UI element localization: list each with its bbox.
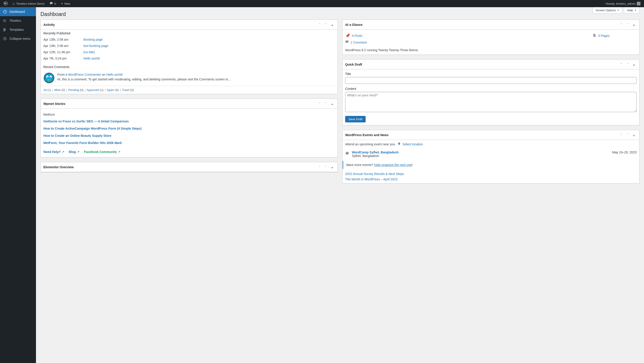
activity-row: Apr 7th, 5:24 pm Hello world! <box>44 55 335 61</box>
filter-trash[interactable]: Trash <box>122 88 130 92</box>
filter-pending[interactable]: Pending <box>68 88 79 92</box>
news-link[interactable]: The Month in WordPress – April 2023 <box>345 177 636 182</box>
admin-bar: ⌂ Timetics Admin Demo 0 + New Howdy, tim… <box>0 0 644 7</box>
comment-count: 0 <box>54 2 56 5</box>
event-date: May 19–20, 2023 <box>612 150 636 154</box>
activity-row: Apr 13th, 2:06 am test booking page <box>44 43 335 49</box>
toggle-button[interactable]: ▴ <box>631 22 636 27</box>
sidebar-item-timetics[interactable]: Timetics <box>0 16 36 25</box>
new-label: New <box>64 2 70 5</box>
draft-content-textarea[interactable] <box>345 92 636 112</box>
wpmet-subheading: Metform <box>44 111 335 118</box>
chevron-up-icon: ˄ <box>620 133 622 137</box>
sidebar-item-templates[interactable]: Templates <box>0 25 36 34</box>
select-location-link[interactable]: Select location <box>402 142 423 146</box>
widget-title: Elementor Overview <box>44 165 74 169</box>
sidebar-collapse-menu[interactable]: Collapse menu <box>0 34 36 43</box>
toggle-button[interactable]: ▴ <box>631 132 636 138</box>
svg-point-10 <box>47 77 48 78</box>
filter-approved[interactable]: Approved <box>86 88 99 92</box>
chevron-down-icon: ˅ <box>325 102 327 106</box>
event-location: Sylhet, Bangladesh <box>352 154 610 158</box>
svg-point-9 <box>50 75 52 78</box>
move-down-button[interactable]: ˅ <box>323 22 328 27</box>
avatar-icon <box>637 2 640 5</box>
filter-spam[interactable]: Spam <box>107 88 114 92</box>
move-up-button[interactable]: ˄ <box>618 22 624 27</box>
activity-widget: Activity ˄ ˅ ▴ Recently Published Apr 13… <box>40 19 338 94</box>
comments-count-link[interactable]: 1 Comment <box>350 41 367 44</box>
sidebar-item-label: Templates <box>10 28 24 31</box>
comment-item: From A WordPress Commenter on Hello worl… <box>41 70 338 86</box>
timetics-icon <box>3 18 7 23</box>
move-down-button[interactable]: ˅ <box>625 22 630 27</box>
new-content-menu[interactable]: + New <box>59 0 72 7</box>
comment-author-link[interactable]: A WordPress Commenter <box>66 73 101 76</box>
help-tab[interactable]: Help ▼ <box>624 7 640 13</box>
organize-event-link[interactable]: Help organize the next one <box>374 163 412 167</box>
wordpress-logo-icon <box>4 1 8 6</box>
wp-logo-menu[interactable] <box>2 0 10 7</box>
wpmet-stories-widget: Wpmet Stories ˄ ˅ ▴ Metform GetGenie vs … <box>40 99 338 157</box>
story-link[interactable]: GetGenie vs Frase vs Surfer SEO — A Deta… <box>44 118 335 125</box>
comment-icon <box>50 1 53 6</box>
posts-count-link[interactable]: 4 Posts <box>352 34 362 37</box>
need-help-link[interactable]: Need Help? ↗ <box>44 150 64 154</box>
move-down-button[interactable]: ˅ <box>625 62 630 67</box>
quick-draft-widget: Quick Draft ˄ ˅ ▴ Title Cont <box>342 59 640 125</box>
collapse-icon <box>3 36 7 41</box>
activity-date: Apr 7th, 5:24 pm <box>44 57 80 60</box>
save-draft-button[interactable]: Save Draft <box>345 116 366 122</box>
blog-link[interactable]: Blog ↗ <box>69 150 80 154</box>
toggle-button[interactable]: ▴ <box>330 164 335 170</box>
wordcamp-icon <box>345 150 349 156</box>
sidebar-item-dashboard[interactable]: Dashboard <box>0 7 36 16</box>
activity-post-link[interactable]: test booking page <box>84 44 108 48</box>
comments-menu[interactable]: 0 <box>48 0 58 7</box>
facebook-community-link[interactable]: Facebook Community ↗ <box>84 150 120 154</box>
site-name-menu[interactable]: ⌂ Timetics Admin Demo <box>11 0 46 7</box>
move-down-button[interactable]: ˅ <box>323 164 328 170</box>
story-link[interactable]: How to Create an Online Beauty Supply St… <box>44 132 335 139</box>
toggle-button[interactable]: ▴ <box>330 101 335 106</box>
activity-post-link[interactable]: (no title) <box>84 50 95 54</box>
chevron-down-icon: ˅ <box>325 165 327 169</box>
activity-post-link[interactable]: Hello world! <box>84 57 100 60</box>
pages-count-link[interactable]: 3 Pages <box>598 34 610 37</box>
toggle-button[interactable]: ▴ <box>631 62 636 67</box>
event-title-link[interactable]: WordCamp Sylhet, Bangladesh <box>352 150 398 154</box>
triangle-up-icon: ▴ <box>633 133 635 137</box>
activity-row: Apr 12th, 11:46 pm (no title) <box>44 49 335 55</box>
move-down-button[interactable]: ˅ <box>625 132 630 138</box>
toggle-button[interactable]: ▴ <box>330 22 335 27</box>
triangle-up-icon: ▴ <box>633 23 635 26</box>
story-link[interactable]: How to Create ActiveCampaign WordPress F… <box>44 125 335 132</box>
news-link[interactable]: 2022 Annual Survey Results & Next Steps <box>345 171 636 177</box>
svg-rect-14 <box>346 152 349 154</box>
screen-options-tab[interactable]: Screen Options ▼ <box>593 7 622 13</box>
pages-icon <box>593 33 596 38</box>
chevron-down-icon: ˅ <box>627 133 628 137</box>
recently-published-heading: Recently Published <box>41 30 338 36</box>
comment-post-link[interactable]: Hello world! <box>106 73 123 76</box>
filter-all[interactable]: All <box>44 88 46 92</box>
triangle-up-icon: ▴ <box>332 165 333 169</box>
activity-row: Apr 13th, 2:08 am Booking page <box>44 36 335 43</box>
draft-title-input[interactable] <box>345 77 636 84</box>
my-account-menu[interactable]: Howdy, timetics_admin <box>604 0 642 7</box>
chevron-down-icon: ▼ <box>617 9 619 11</box>
dashboard-icon <box>3 9 7 14</box>
triangle-up-icon: ▴ <box>332 23 333 26</box>
activity-post-link[interactable]: Booking page <box>84 38 103 41</box>
move-down-button[interactable]: ˅ <box>323 101 328 106</box>
filter-mine[interactable]: Mine <box>54 88 61 92</box>
move-up-button[interactable]: ˄ <box>317 101 322 106</box>
move-up-button[interactable]: ˄ <box>317 22 322 27</box>
story-link[interactable]: MetForm, Your Favorite Form Builder Hits… <box>44 139 335 146</box>
move-up-button[interactable]: ˄ <box>317 164 322 170</box>
more-events-notice: Want more events? Help organize the next… <box>342 161 639 169</box>
move-up-button[interactable]: ˄ <box>618 62 624 67</box>
move-up-button[interactable]: ˄ <box>618 132 624 138</box>
external-link-icon: ↗ <box>118 150 120 153</box>
chevron-up-icon: ˄ <box>319 23 320 26</box>
